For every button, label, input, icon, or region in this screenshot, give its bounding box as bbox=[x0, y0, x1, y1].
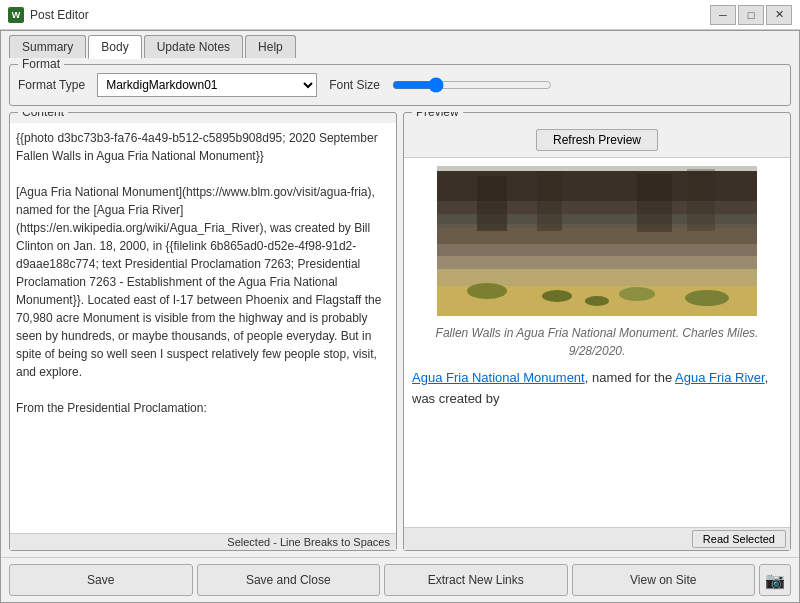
preview-text: Agua Fria National Monument, named for t… bbox=[412, 368, 782, 410]
preview-image-container bbox=[412, 166, 782, 316]
format-group: Format Format Type MarkdigMarkdown01 Fon… bbox=[9, 64, 791, 106]
preview-content: Fallen Walls in Agua Fria National Monum… bbox=[404, 158, 790, 527]
main-window: Summary Body Update Notes Help Format Fo… bbox=[0, 30, 800, 603]
camera-button[interactable]: 📷 bbox=[759, 564, 791, 596]
preview-link-river[interactable]: Agua Fria River bbox=[675, 370, 765, 385]
format-row: Format Type MarkdigMarkdown01 Font Size bbox=[18, 69, 782, 97]
content-textarea[interactable]: {{photo d3bc73b3-fa76-4a49-b512-c5895b90… bbox=[10, 123, 396, 533]
preview-header: Refresh Preview bbox=[404, 123, 790, 158]
svg-point-10 bbox=[467, 283, 507, 299]
font-size-slider[interactable] bbox=[392, 77, 552, 93]
font-size-label: Font Size bbox=[329, 78, 380, 92]
window-title: Post Editor bbox=[30, 8, 710, 22]
format-type-select[interactable]: MarkdigMarkdown01 bbox=[97, 73, 317, 97]
format-legend: Format bbox=[18, 58, 64, 71]
title-bar: W Post Editor ─ □ ✕ bbox=[0, 0, 800, 30]
svg-rect-17 bbox=[637, 174, 672, 232]
save-close-button[interactable]: Save and Close bbox=[197, 564, 381, 596]
svg-rect-16 bbox=[537, 171, 562, 231]
extract-links-button[interactable]: Extract New Links bbox=[384, 564, 568, 596]
save-button[interactable]: Save bbox=[9, 564, 193, 596]
svg-rect-15 bbox=[477, 176, 507, 231]
refresh-preview-button[interactable]: Refresh Preview bbox=[536, 129, 658, 151]
app-icon: W bbox=[8, 7, 24, 23]
content-legend: Content bbox=[18, 112, 68, 119]
preview-caption: Fallen Walls in Agua Fria National Monum… bbox=[412, 324, 782, 360]
minimize-button[interactable]: ─ bbox=[710, 5, 736, 25]
svg-point-11 bbox=[542, 290, 572, 302]
window-controls: ─ □ ✕ bbox=[710, 5, 792, 25]
read-selected-button[interactable]: Read Selected bbox=[692, 530, 786, 548]
tab-update-notes[interactable]: Update Notes bbox=[144, 35, 243, 58]
close-button[interactable]: ✕ bbox=[766, 5, 792, 25]
view-on-site-button[interactable]: View on Site bbox=[572, 564, 756, 596]
panels-row: Content {{photo d3bc73b3-fa76-4a49-b512-… bbox=[9, 112, 791, 551]
svg-point-12 bbox=[619, 287, 655, 301]
svg-rect-18 bbox=[687, 169, 715, 231]
preview-image bbox=[437, 166, 757, 316]
content-status-bar: Selected - Line Breaks to Spaces bbox=[10, 533, 396, 550]
tab-help[interactable]: Help bbox=[245, 35, 296, 58]
preview-image-svg bbox=[437, 166, 757, 316]
preview-panel: Preview Refresh Preview bbox=[403, 112, 791, 551]
tab-bar: Summary Body Update Notes Help bbox=[1, 31, 799, 58]
camera-icon: 📷 bbox=[765, 571, 785, 590]
maximize-button[interactable]: □ bbox=[738, 5, 764, 25]
tab-summary[interactable]: Summary bbox=[9, 35, 86, 58]
content-area: Format Format Type MarkdigMarkdown01 Fon… bbox=[1, 58, 799, 557]
bottom-toolbar: Save Save and Close Extract New Links Vi… bbox=[1, 557, 799, 602]
format-type-label: Format Type bbox=[18, 78, 85, 92]
content-panel: Content {{photo d3bc73b3-fa76-4a49-b512-… bbox=[9, 112, 397, 551]
preview-legend: Preview bbox=[412, 112, 463, 119]
svg-point-14 bbox=[585, 296, 609, 306]
preview-link-monument[interactable]: Agua Fria National Monument bbox=[412, 370, 585, 385]
tab-body[interactable]: Body bbox=[88, 35, 141, 59]
svg-rect-7 bbox=[437, 256, 757, 271]
preview-read-bar: Read Selected bbox=[404, 527, 790, 550]
svg-point-13 bbox=[685, 290, 729, 306]
preview-text-2: , named for the bbox=[585, 370, 675, 385]
